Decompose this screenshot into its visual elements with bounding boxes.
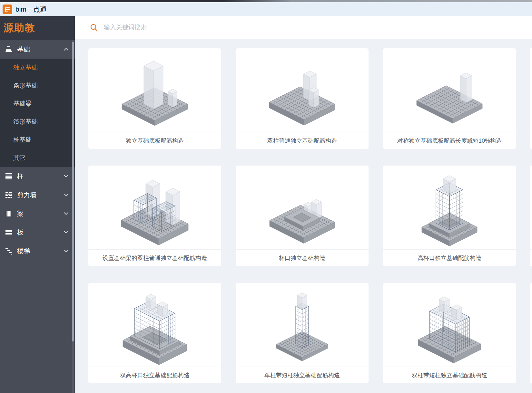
app-logo-icon bbox=[3, 5, 12, 14]
foundation-icon bbox=[5, 45, 13, 53]
model-card-title: 单柱带短柱独立基础配筋构造 bbox=[236, 367, 369, 383]
beam-icon bbox=[5, 209, 13, 218]
model-card-title: 双柱普通独立基础配筋构造 bbox=[236, 132, 369, 149]
sidebar-item-stairs[interactable]: 楼梯 bbox=[0, 242, 75, 260]
model-thumbnail bbox=[88, 48, 221, 132]
model-thumbnail bbox=[236, 166, 369, 250]
model-card[interactable]: 高杯口独立基础配筋构造 bbox=[383, 166, 516, 266]
model-thumbnail bbox=[383, 48, 516, 132]
sidebar-item-label: 板 bbox=[17, 228, 24, 237]
sidebar-subitem-independent-foundation[interactable]: 独立基础 bbox=[0, 59, 75, 77]
model-card-title: 独立基础底板配筋构造 bbox=[88, 132, 221, 149]
window-edge-strip bbox=[0, 0, 532, 2]
sidebar-item-label: 梁 bbox=[17, 209, 24, 218]
sidebar: 源助教 基础独立基础条形基础基础梁筏形基础桩基础其它柱剪力墙梁板楼梯 bbox=[0, 16, 75, 393]
model-card-title: 杯口独立基础构造 bbox=[236, 250, 369, 266]
chevron-down-icon bbox=[63, 191, 70, 198]
search-input[interactable] bbox=[103, 24, 395, 31]
sidebar-item-shear-wall[interactable]: 剪力墙 bbox=[0, 186, 75, 204]
model-card[interactable]: 单柱带短柱独立基础配筋构造 bbox=[236, 283, 369, 383]
model-card-title: 设置基础梁的双柱普通独立基础配筋构造 bbox=[88, 250, 221, 266]
column-icon bbox=[5, 172, 13, 180]
model-card[interactable]: 对称独立基础底板配筋长度减短10%构造 bbox=[383, 48, 516, 149]
sidebar-item-foundation[interactable]: 基础 bbox=[0, 40, 75, 59]
search-icon bbox=[90, 23, 98, 32]
sidebar-subitem-foundation-beam[interactable]: 基础梁 bbox=[0, 95, 75, 113]
model-thumbnail bbox=[236, 283, 369, 367]
sidebar-item-slab[interactable]: 板 bbox=[0, 223, 75, 242]
model-thumbnail bbox=[88, 283, 221, 367]
chevron-down-icon bbox=[63, 247, 70, 254]
model-card-title: 对称独立基础底板配筋长度减短10%构造 bbox=[383, 132, 516, 149]
sidebar-subitem-pile-foundation[interactable]: 桩基础 bbox=[0, 131, 75, 149]
stairs-icon bbox=[5, 247, 13, 255]
chevron-down-icon bbox=[63, 210, 70, 217]
sidebar-item-label: 楼梯 bbox=[17, 247, 30, 255]
model-card-partial[interactable] bbox=[530, 48, 532, 149]
sidebar-menu: 基础独立基础条形基础基础梁筏形基础桩基础其它柱剪力墙梁板楼梯 bbox=[0, 40, 75, 260]
sidebar-subitem-raft-foundation[interactable]: 筏形基础 bbox=[0, 113, 75, 131]
model-thumbnail bbox=[88, 166, 221, 250]
model-card[interactable]: 设置基础梁的双柱普通独立基础配筋构造 bbox=[88, 166, 221, 266]
browser-title-bar: bim一点通 bbox=[0, 2, 532, 16]
model-thumbnail bbox=[236, 48, 369, 132]
sidebar-item-beam[interactable]: 梁 bbox=[0, 204, 75, 223]
sidebar-scrollbar-thumb[interactable] bbox=[72, 42, 74, 341]
sidebar-subitem-strip-foundation[interactable]: 条形基础 bbox=[0, 77, 75, 95]
chevron-down-icon bbox=[63, 173, 70, 180]
model-card[interactable]: 杯口独立基础构造 bbox=[236, 166, 369, 266]
model-card[interactable]: 双柱普通独立基础配筋构造 bbox=[236, 48, 369, 149]
model-thumbnail bbox=[383, 166, 516, 250]
model-card[interactable]: 双高杯口独立基础配筋构造 bbox=[88, 283, 221, 383]
chevron-up-icon bbox=[63, 46, 70, 53]
model-card[interactable]: 双柱带短柱独立基础配筋构造 bbox=[383, 283, 516, 383]
search-bar bbox=[75, 16, 532, 39]
shear-wall-icon bbox=[5, 191, 13, 199]
model-thumbnail bbox=[383, 283, 516, 367]
chevron-down-icon bbox=[63, 229, 70, 236]
model-card-title: 双高杯口独立基础配筋构造 bbox=[88, 367, 221, 383]
model-card-title: 高杯口独立基础配筋构造 bbox=[383, 250, 516, 266]
model-card-grid: 独立基础底板配筋构造双柱普通独立基础配筋构造对称独立基础底板配筋长度减短10%构… bbox=[88, 48, 516, 383]
slab-icon bbox=[5, 228, 13, 236]
model-card-partial[interactable] bbox=[530, 166, 532, 266]
sidebar-item-label: 剪力墙 bbox=[17, 191, 36, 199]
sidebar-subitem-other[interactable]: 其它 bbox=[0, 149, 75, 167]
sidebar-item-column[interactable]: 柱 bbox=[0, 167, 75, 186]
sidebar-item-label: 柱 bbox=[17, 172, 24, 181]
sidebar-item-label: 基础 bbox=[17, 45, 30, 54]
model-card-partial[interactable] bbox=[530, 283, 532, 383]
sidebar-submenu-foundation: 独立基础条形基础基础梁筏形基础桩基础其它 bbox=[0, 59, 75, 167]
model-card-title: 双柱带短柱独立基础配筋构造 bbox=[383, 367, 516, 383]
model-card[interactable]: 独立基础底板配筋构造 bbox=[88, 48, 221, 149]
main-content: 独立基础底板配筋构造双柱普通独立基础配筋构造对称独立基础底板配筋长度减短10%构… bbox=[75, 16, 532, 393]
window-title: bim一点通 bbox=[15, 5, 47, 14]
brand-logo: 源助教 bbox=[0, 16, 75, 40]
